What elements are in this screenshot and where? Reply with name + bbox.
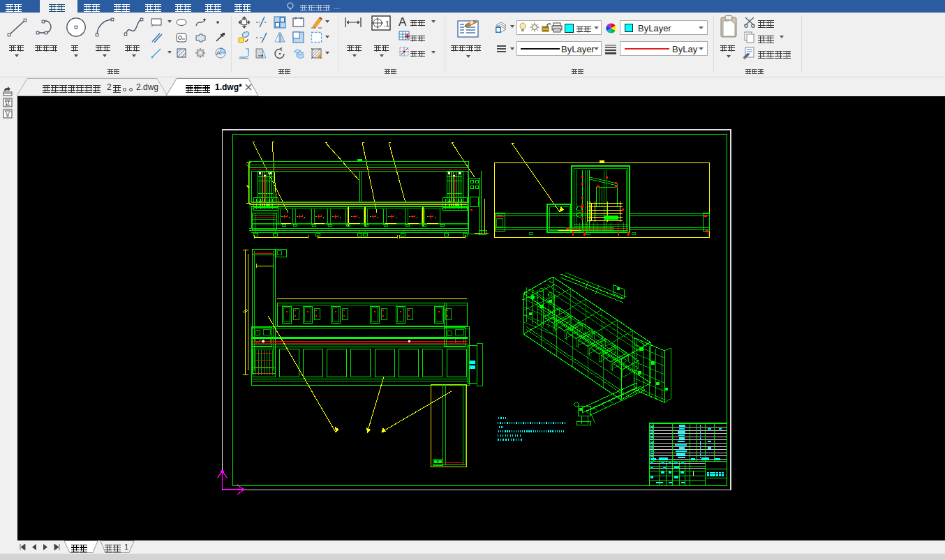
svg-text:A: A (216, 50, 221, 56)
svg-text:.1: .1 (383, 20, 389, 28)
